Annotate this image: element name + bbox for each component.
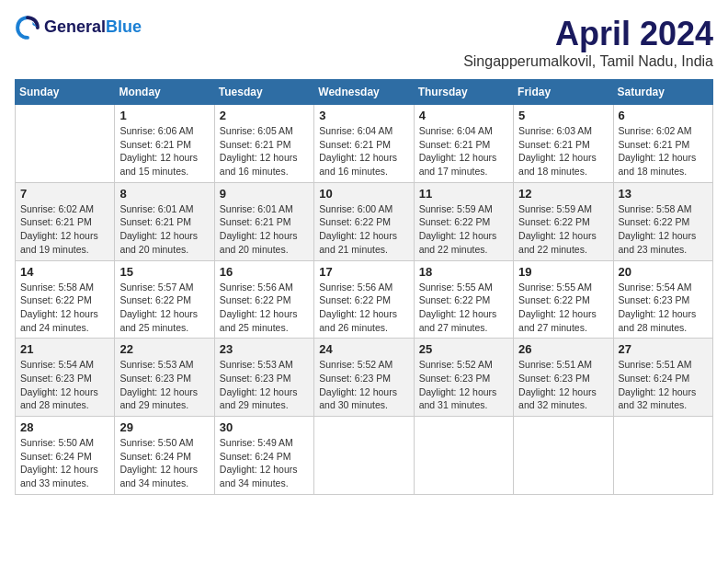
- location: Singapperumalkovil, Tamil Nadu, India: [463, 53, 713, 70]
- calendar-cell: 3Sunrise: 6:04 AM Sunset: 6:21 PM Daylig…: [314, 105, 414, 183]
- day-number: 11: [419, 187, 508, 201]
- day-number: 23: [220, 342, 309, 356]
- calendar-cell: [314, 417, 414, 495]
- calendar-cell: 18Sunrise: 5:55 AM Sunset: 6:22 PM Dayli…: [414, 260, 513, 339]
- col-header-wednesday: Wednesday: [314, 80, 414, 105]
- col-header-sunday: Sunday: [16, 80, 115, 105]
- day-info: Sunrise: 5:50 AM Sunset: 6:24 PM Dayligh…: [119, 436, 209, 490]
- calendar-cell: 27Sunrise: 5:51 AM Sunset: 6:24 PM Dayli…: [613, 339, 712, 417]
- month-title: April 2024: [463, 15, 713, 53]
- day-info: Sunrise: 5:59 AM Sunset: 6:22 PM Dayligh…: [518, 202, 608, 257]
- calendar-cell: [514, 417, 613, 495]
- calendar-cell: 14Sunrise: 5:58 AM Sunset: 6:22 PM Dayli…: [16, 260, 115, 339]
- day-number: 6: [619, 109, 708, 122]
- logo-blue: Blue: [106, 18, 142, 37]
- title-block: April 2024 Singapperumalkovil, Tamil Nad…: [463, 15, 713, 70]
- day-info: Sunrise: 6:02 AM Sunset: 6:21 PM Dayligh…: [619, 124, 708, 178]
- day-info: Sunrise: 5:54 AM Sunset: 6:23 PM Dayligh…: [20, 358, 109, 412]
- day-number: 24: [319, 342, 408, 356]
- col-header-friday: Friday: [514, 80, 613, 105]
- col-header-saturday: Saturday: [613, 80, 712, 105]
- day-number: 2: [220, 109, 309, 122]
- day-info: Sunrise: 5:56 AM Sunset: 6:22 PM Dayligh…: [319, 281, 408, 335]
- calendar-cell: 6Sunrise: 6:02 AM Sunset: 6:21 PM Daylig…: [613, 105, 712, 183]
- day-number: 14: [20, 265, 109, 279]
- day-number: 13: [619, 187, 708, 201]
- day-info: Sunrise: 6:03 AM Sunset: 6:21 PM Dayligh…: [518, 124, 608, 178]
- calendar-cell: 29Sunrise: 5:50 AM Sunset: 6:24 PM Dayli…: [115, 417, 214, 495]
- day-info: Sunrise: 5:54 AM Sunset: 6:23 PM Dayligh…: [619, 281, 708, 335]
- calendar-week-row: 14Sunrise: 5:58 AM Sunset: 6:22 PM Dayli…: [16, 260, 713, 339]
- day-info: Sunrise: 5:51 AM Sunset: 6:24 PM Dayligh…: [619, 358, 708, 412]
- day-number: 21: [20, 342, 109, 356]
- col-header-tuesday: Tuesday: [214, 80, 313, 105]
- calendar-cell: 22Sunrise: 5:53 AM Sunset: 6:23 PM Dayli…: [115, 339, 214, 417]
- col-header-thursday: Thursday: [414, 80, 513, 105]
- calendar-cell: 10Sunrise: 6:00 AM Sunset: 6:22 PM Dayli…: [314, 182, 414, 260]
- day-info: Sunrise: 5:58 AM Sunset: 6:22 PM Dayligh…: [619, 202, 708, 257]
- col-header-monday: Monday: [115, 80, 214, 105]
- day-number: 10: [319, 187, 408, 201]
- logo: GeneralBlue: [15, 15, 142, 40]
- day-info: Sunrise: 5:51 AM Sunset: 6:23 PM Dayligh…: [518, 358, 608, 412]
- day-number: 22: [119, 342, 209, 356]
- calendar-header-row: SundayMondayTuesdayWednesdayThursdayFrid…: [16, 80, 713, 105]
- day-number: 18: [419, 265, 508, 279]
- calendar-cell: 30Sunrise: 5:49 AM Sunset: 6:24 PM Dayli…: [214, 417, 313, 495]
- calendar-cell: 15Sunrise: 5:57 AM Sunset: 6:22 PM Dayli…: [115, 260, 214, 339]
- calendar-cell: 20Sunrise: 5:54 AM Sunset: 6:23 PM Dayli…: [613, 260, 712, 339]
- day-number: 28: [20, 420, 109, 434]
- logo-general: General: [44, 18, 106, 37]
- day-number: 3: [319, 109, 408, 122]
- day-info: Sunrise: 5:58 AM Sunset: 6:22 PM Dayligh…: [20, 281, 109, 335]
- calendar-cell: [414, 417, 513, 495]
- day-number: 20: [619, 265, 708, 279]
- calendar-cell: 11Sunrise: 5:59 AM Sunset: 6:22 PM Dayli…: [414, 182, 513, 260]
- calendar-cell: 28Sunrise: 5:50 AM Sunset: 6:24 PM Dayli…: [16, 417, 115, 495]
- day-number: 25: [419, 342, 508, 356]
- day-info: Sunrise: 5:59 AM Sunset: 6:22 PM Dayligh…: [419, 202, 508, 257]
- calendar-table: SundayMondayTuesdayWednesdayThursdayFrid…: [15, 79, 713, 495]
- day-info: Sunrise: 5:57 AM Sunset: 6:22 PM Dayligh…: [119, 281, 209, 335]
- calendar-cell: 7Sunrise: 6:02 AM Sunset: 6:21 PM Daylig…: [16, 182, 115, 260]
- calendar-cell: 5Sunrise: 6:03 AM Sunset: 6:21 PM Daylig…: [514, 105, 613, 183]
- calendar-week-row: 21Sunrise: 5:54 AM Sunset: 6:23 PM Dayli…: [16, 339, 713, 417]
- day-number: 16: [220, 265, 309, 279]
- calendar-cell: [16, 105, 115, 183]
- calendar-cell: 25Sunrise: 5:52 AM Sunset: 6:23 PM Dayli…: [414, 339, 513, 417]
- day-info: Sunrise: 6:01 AM Sunset: 6:21 PM Dayligh…: [119, 202, 209, 257]
- day-number: 1: [119, 109, 209, 122]
- calendar-cell: 9Sunrise: 6:01 AM Sunset: 6:21 PM Daylig…: [214, 182, 313, 260]
- logo-icon: [15, 15, 40, 40]
- day-info: Sunrise: 6:04 AM Sunset: 6:21 PM Dayligh…: [319, 124, 408, 178]
- day-number: 30: [220, 420, 309, 434]
- calendar-cell: 13Sunrise: 5:58 AM Sunset: 6:22 PM Dayli…: [613, 182, 712, 260]
- day-info: Sunrise: 5:52 AM Sunset: 6:23 PM Dayligh…: [319, 358, 408, 412]
- calendar-week-row: 1Sunrise: 6:06 AM Sunset: 6:21 PM Daylig…: [16, 105, 713, 183]
- calendar-cell: 8Sunrise: 6:01 AM Sunset: 6:21 PM Daylig…: [115, 182, 214, 260]
- calendar-week-row: 7Sunrise: 6:02 AM Sunset: 6:21 PM Daylig…: [16, 182, 713, 260]
- calendar-cell: 12Sunrise: 5:59 AM Sunset: 6:22 PM Dayli…: [514, 182, 613, 260]
- day-number: 19: [518, 265, 608, 279]
- calendar-cell: 21Sunrise: 5:54 AM Sunset: 6:23 PM Dayli…: [16, 339, 115, 417]
- day-info: Sunrise: 6:00 AM Sunset: 6:22 PM Dayligh…: [319, 202, 408, 257]
- day-number: 7: [20, 187, 109, 201]
- day-info: Sunrise: 6:04 AM Sunset: 6:21 PM Dayligh…: [419, 124, 508, 178]
- calendar-cell: [613, 417, 712, 495]
- day-number: 8: [119, 187, 209, 201]
- day-info: Sunrise: 5:55 AM Sunset: 6:22 PM Dayligh…: [419, 281, 508, 335]
- calendar-cell: 24Sunrise: 5:52 AM Sunset: 6:23 PM Dayli…: [314, 339, 414, 417]
- day-info: Sunrise: 5:53 AM Sunset: 6:23 PM Dayligh…: [220, 358, 309, 412]
- day-number: 12: [518, 187, 608, 201]
- day-number: 29: [119, 420, 209, 434]
- calendar-week-row: 28Sunrise: 5:50 AM Sunset: 6:24 PM Dayli…: [16, 417, 713, 495]
- day-info: Sunrise: 6:06 AM Sunset: 6:21 PM Dayligh…: [119, 124, 209, 178]
- calendar-cell: 17Sunrise: 5:56 AM Sunset: 6:22 PM Dayli…: [314, 260, 414, 339]
- day-info: Sunrise: 5:55 AM Sunset: 6:22 PM Dayligh…: [518, 281, 608, 335]
- day-info: Sunrise: 6:05 AM Sunset: 6:21 PM Dayligh…: [220, 124, 309, 178]
- day-number: 9: [220, 187, 309, 201]
- day-number: 27: [619, 342, 708, 356]
- calendar-cell: 16Sunrise: 5:56 AM Sunset: 6:22 PM Dayli…: [214, 260, 313, 339]
- calendar-cell: 1Sunrise: 6:06 AM Sunset: 6:21 PM Daylig…: [115, 105, 214, 183]
- day-number: 5: [518, 109, 608, 122]
